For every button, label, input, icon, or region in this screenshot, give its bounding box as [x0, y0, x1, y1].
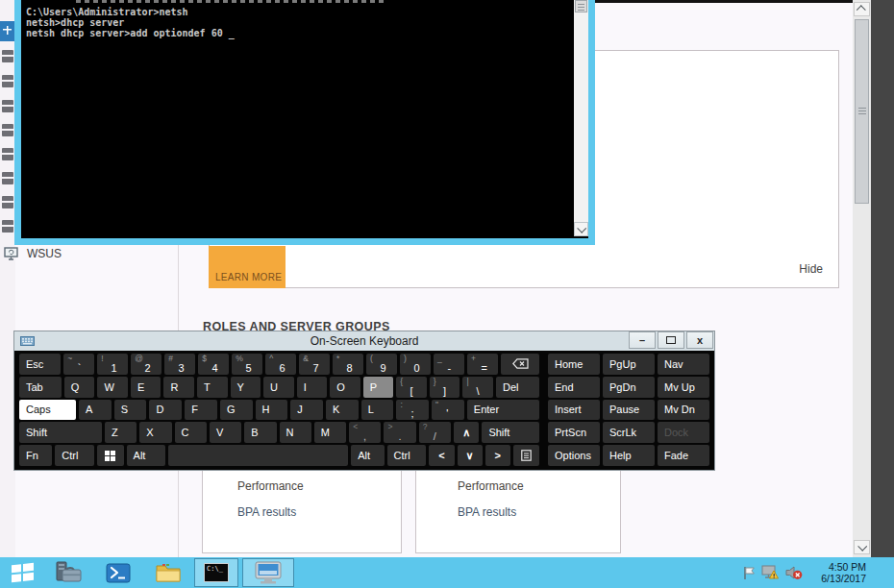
- key-del[interactable]: Del: [496, 377, 539, 398]
- key-[interactable]: _-: [434, 354, 464, 375]
- scroll-up-button[interactable]: [854, 2, 870, 16]
- key-fade[interactable]: Fade: [658, 445, 709, 466]
- scrollbar-thumb[interactable]: [855, 19, 869, 204]
- key-nav[interactable]: Nav: [658, 354, 709, 375]
- key-w[interactable]: W: [97, 377, 128, 398]
- sidebar-item-icon[interactable]: [2, 220, 13, 233]
- osk-titlebar[interactable]: On-Screen Keyboard – x: [14, 331, 714, 351]
- key-esc[interactable]: Esc: [19, 354, 61, 375]
- key-d[interactable]: D: [149, 400, 182, 421]
- key-g[interactable]: G: [220, 400, 253, 421]
- key-[interactable]: "': [432, 400, 464, 421]
- sidebar-item-icon[interactable]: [2, 172, 13, 184]
- key-o[interactable]: O: [330, 377, 360, 398]
- scroll-down-button[interactable]: [854, 540, 870, 554]
- key-[interactable]: :;: [396, 400, 429, 421]
- key-[interactable]: +=: [467, 354, 498, 375]
- key-enter[interactable]: Enter: [467, 400, 539, 421]
- key-[interactable]: <,: [349, 422, 381, 443]
- key-h[interactable]: H: [256, 400, 288, 421]
- learn-more-tile[interactable]: LEARN MORE: [209, 246, 286, 288]
- sidebar-item-icon[interactable]: [2, 196, 13, 208]
- volume-muted-icon[interactable]: [784, 565, 803, 580]
- key-c[interactable]: C: [175, 422, 207, 443]
- key-7[interactable]: &7: [299, 354, 330, 375]
- console-scrollbar[interactable]: [574, 0, 588, 236]
- key-0[interactable]: )0: [400, 354, 431, 375]
- key-win[interactable]: [97, 445, 123, 466]
- hide-link[interactable]: Hide: [799, 262, 823, 276]
- key-pause[interactable]: Pause: [603, 400, 655, 421]
- key-options[interactable]: Options: [548, 445, 600, 466]
- key-menu[interactable]: [513, 445, 539, 466]
- key-<[interactable]: <: [429, 445, 454, 466]
- sidebar-item-icon[interactable]: [2, 124, 13, 136]
- key-insert[interactable]: Insert: [548, 400, 600, 421]
- taskbar-osk-button[interactable]: [242, 558, 294, 587]
- key-2[interactable]: @2: [131, 354, 161, 375]
- key-[interactable]: ~`: [63, 354, 94, 375]
- key-mv-up[interactable]: Mv Up: [658, 377, 709, 398]
- key-caps[interactable]: Caps: [19, 400, 76, 421]
- on-screen-keyboard-window[interactable]: On-Screen Keyboard – x Esc~`!1@2#3$4%5^6…: [13, 331, 715, 471]
- key-tab[interactable]: Tab: [19, 377, 62, 398]
- sidebar-item-icon[interactable]: [2, 50, 13, 62]
- key-p[interactable]: P: [363, 377, 394, 398]
- key-q[interactable]: Q: [64, 377, 95, 398]
- key-f[interactable]: F: [185, 400, 217, 421]
- key-alt[interactable]: Alt: [351, 445, 384, 466]
- role-tile-link-bpa-results[interactable]: BPA results: [458, 505, 524, 519]
- key-prtscn[interactable]: PrtScn: [548, 422, 600, 443]
- command-prompt-window[interactable]: C:\Users\Administrator>netshnetsh>dhcp s…: [14, 0, 595, 245]
- sidebar-item-icon[interactable]: [2, 148, 13, 160]
- key-end[interactable]: End: [548, 377, 600, 398]
- key-u[interactable]: U: [263, 377, 294, 398]
- key-n[interactable]: N: [280, 422, 311, 443]
- key-[interactable]: {[: [396, 377, 427, 398]
- scrollbar-thumb[interactable]: [575, 0, 587, 12]
- key-m[interactable]: M: [314, 422, 346, 443]
- key-e[interactable]: E: [131, 377, 161, 398]
- key-∨[interactable]: ∨: [458, 445, 483, 466]
- action-center-flag-icon[interactable]: [742, 566, 757, 580]
- maximize-button[interactable]: [658, 331, 684, 349]
- taskbar-server-manager-button[interactable]: [46, 558, 90, 587]
- key-ctrl[interactable]: Ctrl: [387, 445, 427, 466]
- key-b[interactable]: B: [244, 422, 276, 443]
- key-[interactable]: >.: [384, 422, 415, 443]
- key-4[interactable]: $4: [198, 354, 229, 375]
- key-i[interactable]: I: [297, 377, 328, 398]
- key-9[interactable]: (9: [366, 354, 397, 375]
- close-button[interactable]: x: [686, 331, 713, 349]
- network-status-icon[interactable]: [761, 565, 780, 580]
- taskbar-clock[interactable]: 4:50 PM 6/13/2017: [812, 561, 866, 584]
- key-mv-dn[interactable]: Mv Dn: [658, 400, 709, 421]
- key-r[interactable]: R: [163, 377, 194, 398]
- key->[interactable]: >: [485, 445, 510, 466]
- key-t[interactable]: T: [197, 377, 228, 398]
- key-5[interactable]: %5: [232, 354, 262, 375]
- key-ctrl[interactable]: Ctrl: [55, 445, 94, 466]
- key-pgup[interactable]: PgUp: [603, 354, 655, 375]
- sidebar-item-wsus[interactable]: WSUS: [4, 247, 62, 260]
- sidebar-item-icon[interactable]: [2, 100, 13, 112]
- key-backspace[interactable]: [501, 354, 539, 375]
- key-help[interactable]: Help: [603, 445, 655, 466]
- key-[interactable]: }]: [430, 377, 460, 398]
- key-shift[interactable]: Shift: [19, 422, 102, 443]
- key-1[interactable]: !1: [97, 354, 128, 375]
- server-manager-scrollbar[interactable]: [853, 0, 871, 557]
- key-pgdn[interactable]: PgDn: [603, 377, 655, 398]
- key-[interactable]: |\: [462, 377, 493, 398]
- key-6[interactable]: ^6: [265, 354, 296, 375]
- key-a[interactable]: A: [79, 400, 112, 421]
- key-v[interactable]: V: [210, 422, 241, 443]
- key-dock[interactable]: Dock: [658, 422, 709, 443]
- role-tile-link-performance[interactable]: Performance: [237, 479, 304, 493]
- taskbar-powershell-button[interactable]: [96, 558, 140, 587]
- key-[interactable]: ?/: [419, 422, 451, 443]
- role-tile-link-performance[interactable]: Performance: [458, 479, 524, 493]
- sidebar-item-icon[interactable]: [2, 75, 13, 87]
- key-s[interactable]: S: [114, 400, 147, 421]
- sidebar-item-dashboard-icon[interactable]: [0, 21, 14, 41]
